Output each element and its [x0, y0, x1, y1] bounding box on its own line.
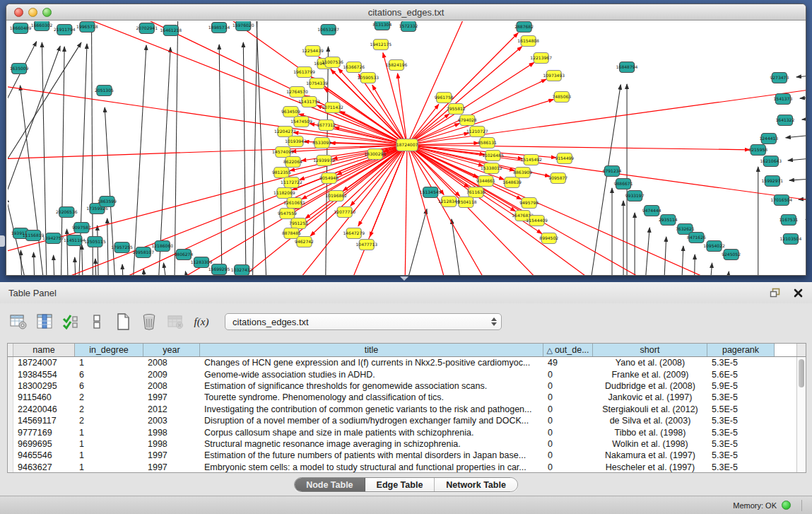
graph-node[interactable]: 9097587 — [72, 223, 91, 233]
graph-node[interactable]: 9886671 — [614, 179, 633, 189]
graph-node[interactable]: 8471626 — [687, 233, 706, 243]
graph-node[interactable]: 7951253 — [289, 218, 308, 229]
graph-node[interactable]: 10196862 — [325, 191, 347, 201]
graph-node[interactable]: 20206536 — [56, 207, 78, 218]
graph-node[interactable]: 9933197 — [625, 191, 645, 201]
graph-node[interactable]: 8622064 — [283, 157, 302, 168]
graph-node[interactable]: 11156819 — [23, 230, 45, 241]
graph-node[interactable]: 8533093 — [312, 138, 331, 148]
memory-ok-icon[interactable] — [782, 501, 791, 510]
table-selector[interactable]: citations_edges.txt — [225, 313, 502, 330]
graph-node[interactable]: 12186060 — [151, 241, 173, 252]
table-row[interactable]: 911546021997Tourette syndrome. Phenomeno… — [8, 392, 806, 403]
graph-node[interactable]: 9154499 — [555, 153, 574, 164]
graph-node[interactable]: 18985734 — [208, 23, 230, 33]
table-row[interactable]: 1456911722003Disruption of a novel membe… — [8, 415, 806, 426]
graph-node[interactable]: 16366726 — [343, 62, 365, 73]
graph-node[interactable]: 9812355 — [272, 168, 291, 178]
graph-node[interactable]: 10590533 — [358, 73, 379, 83]
select-all-icon[interactable] — [61, 312, 81, 332]
graph-node[interactable]: 1863599 — [98, 197, 117, 207]
function-builder-icon[interactable]: f(x) — [192, 312, 211, 332]
graph-node[interactable]: 17016504 — [771, 195, 793, 206]
graph-node[interactable]: 10954022 — [703, 241, 725, 252]
graph-node[interactable]: 6791234 — [603, 166, 622, 177]
graph-node[interactable]: 1572332 — [399, 21, 418, 32]
graph-node[interactable]: 12213967 — [530, 53, 552, 64]
graph-node[interactable]: 12254439 — [302, 46, 324, 57]
graph-node[interactable]: 18724007 — [396, 139, 418, 151]
graph-node[interactable]: 9054946 — [319, 173, 339, 184]
graph-node[interactable]: 16848794 — [616, 62, 638, 73]
graph-node[interactable]: 1244413 — [759, 134, 778, 144]
graph-node[interactable]: 13942757 — [42, 233, 64, 244]
minimize-window-icon[interactable] — [28, 8, 37, 17]
graph-node[interactable]: 15824196 — [386, 60, 408, 71]
graph-node[interactable]: 11451194 — [64, 235, 86, 246]
graph-node[interactable]: 9462742 — [295, 237, 314, 247]
graph-node[interactable]: 9273473 — [770, 73, 789, 83]
graph-node[interactable]: 20702941 — [136, 23, 158, 34]
graph-node[interactable]: 9634509 — [281, 107, 300, 117]
graph-node[interactable]: 8994502 — [539, 233, 558, 244]
table-row[interactable]: 1938455462009Genome-wide association stu… — [8, 368, 806, 380]
graph-node[interactable]: 11007536 — [322, 57, 343, 68]
splitter-grip[interactable] — [400, 276, 408, 281]
memory-status-label[interactable]: Memory: OK — [733, 501, 777, 510]
graph-node[interactable]: 19613799 — [293, 67, 315, 78]
graph-node[interactable]: 10958107 — [132, 247, 154, 258]
tab-node-table[interactable]: Node Table — [295, 478, 365, 491]
scrollbar-thumb[interactable] — [799, 359, 804, 387]
graph-node[interactable]: 1677312 — [317, 120, 336, 131]
graph-node[interactable]: 1167531 — [779, 215, 799, 226]
column-header-year[interactable]: year — [143, 344, 200, 356]
window-titlebar[interactable]: citations_edges.txt — [6, 4, 806, 21]
column-header-in-degree[interactable]: in_degree — [75, 344, 143, 356]
graph-node[interactable]: 15992971 — [762, 176, 784, 187]
graph-node[interactable]: 7485063 — [552, 92, 571, 103]
graph-node[interactable]: 18660489 — [10, 23, 32, 34]
graph-node[interactable]: 8131304 — [372, 21, 392, 30]
graph-node[interactable]: 16210643 — [760, 156, 782, 167]
float-window-icon[interactable] — [768, 286, 782, 299]
tab-network-table[interactable]: Network Table — [435, 478, 517, 491]
table-row[interactable]: 2242004622012Investigating the contribut… — [8, 404, 806, 415]
graph-node[interactable]: 10193943 — [285, 136, 307, 147]
table-mode-icon[interactable] — [8, 312, 28, 332]
graph-node[interactable]: 8215958 — [748, 145, 767, 156]
graph-node[interactable]: 19412175 — [370, 40, 392, 50]
graph-node[interactable]: 8863909 — [513, 168, 532, 178]
graph-node[interactable]: 14574099 — [272, 147, 294, 158]
graph-node[interactable]: 9474444 — [642, 206, 661, 216]
graph-node[interactable]: 9344661 — [476, 176, 495, 187]
graph-node[interactable]: 14647279 — [343, 228, 365, 239]
graph-node[interactable]: 16154808 — [517, 36, 539, 47]
graph-node[interactable]: 1541373 — [773, 94, 792, 105]
graph-node[interactable]: 2935114 — [659, 215, 678, 226]
table-row[interactable]: 946362711997Embryonic stem cells: a mode… — [8, 462, 806, 473]
graph-node[interactable]: 9806274 — [174, 250, 193, 260]
graph-node[interactable]: 10973493 — [543, 71, 565, 81]
network-graph[interactable]: 1866048916660302219117941996571820702941… — [8, 21, 806, 275]
show-columns-icon[interactable] — [35, 312, 54, 332]
graph-node[interactable]: 11172722 — [281, 177, 302, 188]
create-column-icon[interactable] — [113, 312, 133, 332]
graph-node[interactable]: 12128344 — [438, 197, 460, 207]
graph-node[interactable]: 11544409 — [526, 216, 548, 226]
graph-node[interactable]: 10754339 — [306, 78, 328, 89]
column-header-title[interactable]: title — [200, 344, 543, 356]
table-row[interactable]: 977716911998Corpus callosum shape and si… — [8, 426, 806, 438]
graph-node[interactable]: 21911794 — [54, 25, 76, 35]
graph-node[interactable]: 9495798 — [519, 198, 539, 209]
network-view[interactable]: 1866048916660302219117941996571820702941… — [8, 21, 806, 275]
graph-node[interactable]: 10653287 — [317, 25, 339, 35]
graph-node[interactable]: 1635009 — [10, 64, 29, 74]
graph-node[interactable]: 19965718 — [76, 22, 98, 33]
graph-node[interactable]: 17957255 — [111, 243, 133, 253]
graph-node[interactable]: 11026485 — [482, 151, 504, 161]
graph-node[interactable]: 9095877 — [548, 173, 567, 184]
delete-column-icon[interactable] — [139, 312, 159, 332]
graph-node[interactable]: 16461218 — [160, 25, 182, 36]
table-row[interactable]: 946554611997Estimation of the future num… — [8, 450, 806, 461]
column-header-out-degree[interactable]: △out_de... — [543, 344, 593, 356]
